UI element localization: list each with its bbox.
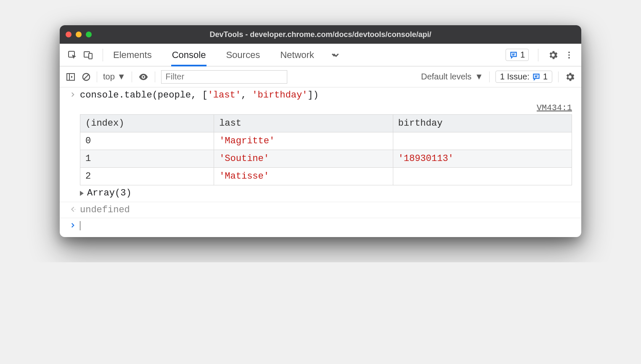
filter-input-wrap[interactable] <box>161 70 287 84</box>
svg-line-12 <box>84 74 89 79</box>
clear-console-icon[interactable] <box>82 72 91 82</box>
settings-icon[interactable] <box>548 50 559 61</box>
inspect-element-icon[interactable] <box>67 50 77 60</box>
console-settings-icon[interactable] <box>564 71 575 82</box>
array-summary: Array(3) <box>87 188 132 198</box>
titlebar: DevTools - developer.chrome.com/docs/dev… <box>60 25 581 44</box>
tab-elements[interactable]: Elements <box>112 44 153 66</box>
return-value: undefined <box>80 205 130 215</box>
log-levels-label: Default levels <box>421 72 471 82</box>
svg-rect-2 <box>89 53 92 59</box>
log-levels-select[interactable]: Default levels ▼ <box>421 72 483 82</box>
maximize-window-button[interactable] <box>86 32 92 37</box>
table-header[interactable]: (index) <box>80 115 214 132</box>
output-table: (index) last birthday 0 'Magritte' 1 'So… <box>80 114 572 185</box>
svg-marker-10 <box>71 76 73 78</box>
input-chevron-icon <box>66 90 80 98</box>
sidebar-toggle-icon[interactable] <box>66 72 76 82</box>
issues-count: 1 <box>543 72 548 82</box>
devtools-tabs-bar: Elements Console Sources Network 1 <box>60 44 581 66</box>
execution-context-select[interactable]: top ▼ <box>103 72 126 82</box>
tab-network[interactable]: Network <box>279 44 315 66</box>
console-input-row[interactable] <box>60 218 581 237</box>
execution-context-label: top <box>103 72 115 82</box>
table-row: 2 'Matisse' <box>80 168 572 185</box>
table-row: 0 'Magritte' <box>80 132 572 150</box>
kebab-menu-icon[interactable] <box>564 50 574 60</box>
messages-badge[interactable]: 1 <box>506 49 529 61</box>
table-header-row: (index) last birthday <box>80 115 572 132</box>
table-cell: 0 <box>80 132 214 150</box>
tab-sources[interactable]: Sources <box>225 44 261 66</box>
console-toolbar: top ▼ Default levels ▼ 1 Issue: 1 <box>60 66 581 87</box>
message-icon <box>509 51 518 59</box>
console-return-row: undefined <box>60 202 581 218</box>
table-cell <box>393 168 572 185</box>
prompt-chevron-icon <box>66 221 80 229</box>
svg-point-6 <box>568 54 570 56</box>
window-controls <box>66 32 92 37</box>
tab-console[interactable]: Console <box>171 44 207 66</box>
minimize-window-button[interactable] <box>76 32 82 37</box>
table-cell: 1 <box>80 150 214 168</box>
source-link[interactable]: VM434:1 <box>537 103 572 113</box>
table-cell: 2 <box>80 168 214 185</box>
filter-input[interactable] <box>166 72 283 82</box>
console-command-text: console.table(people, ['last', 'birthday… <box>80 90 319 100</box>
devtools-tabs: Elements Console Sources Network <box>112 44 315 66</box>
source-link-row: VM434:1 <box>60 103 581 114</box>
issues-badge[interactable]: 1 Issue: 1 <box>495 71 552 83</box>
table-row: 1 'Soutine' '18930113' <box>80 150 572 168</box>
svg-point-16 <box>74 209 75 210</box>
svg-rect-8 <box>67 74 74 80</box>
window-title: DevTools - developer.chrome.com/docs/dev… <box>60 30 581 39</box>
table-header[interactable]: birthday <box>393 115 572 132</box>
svg-point-13 <box>142 76 144 77</box>
return-chevron-icon <box>66 205 80 213</box>
table-header[interactable]: last <box>214 115 393 132</box>
svg-point-7 <box>568 57 570 58</box>
devtools-window: DevTools - developer.chrome.com/docs/dev… <box>60 25 581 237</box>
chevron-down-icon: ▼ <box>117 72 126 82</box>
console-body: console.table(people, ['last', 'birthday… <box>60 87 581 237</box>
live-expression-icon[interactable] <box>138 71 149 82</box>
message-icon <box>532 73 540 81</box>
more-tabs-icon[interactable] <box>331 50 340 60</box>
console-table-output: (index) last birthday 0 'Magritte' 1 'So… <box>60 114 581 188</box>
svg-point-5 <box>568 51 570 53</box>
device-toolbar-icon[interactable] <box>83 50 93 60</box>
messages-count: 1 <box>520 50 525 60</box>
console-input-echo: console.table(people, ['last', 'birthday… <box>60 87 581 103</box>
array-expand-toggle[interactable]: Array(3) <box>60 188 581 202</box>
table-cell <box>393 132 572 150</box>
console-input[interactable] <box>80 221 80 231</box>
triangle-right-icon <box>80 191 84 196</box>
table-cell: 'Soutine' <box>214 150 393 168</box>
issues-label: 1 Issue: <box>500 72 530 82</box>
close-window-button[interactable] <box>66 32 72 37</box>
chevron-down-icon: ▼ <box>475 72 483 82</box>
table-cell: 'Magritte' <box>214 132 393 150</box>
table-cell: '18930113' <box>393 150 572 168</box>
table-cell: 'Matisse' <box>214 168 393 185</box>
